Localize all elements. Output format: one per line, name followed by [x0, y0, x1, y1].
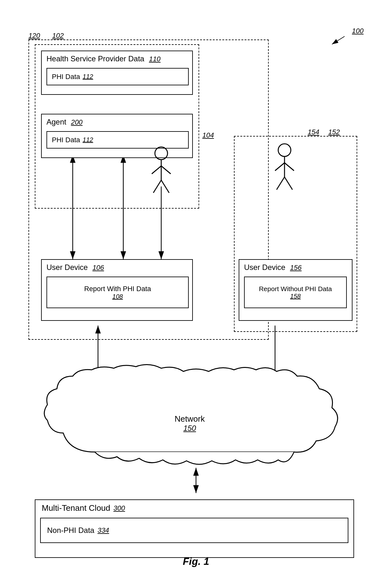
person-icon-104: [147, 145, 175, 197]
phi-data-box-1: PHI Data 112: [46, 68, 189, 85]
svg-line-19: [277, 177, 285, 190]
report-phi-box: Report With PHI Data 108: [46, 277, 189, 308]
user-device-106-label: User Device 106: [42, 260, 192, 275]
network-cloud: Network 150: [32, 363, 348, 471]
svg-line-11: [152, 166, 161, 174]
user-device-156-label: User Device 156: [239, 260, 352, 275]
person-icon-154: [270, 142, 299, 194]
ref104-label: 104: [202, 131, 214, 139]
svg-line-13: [153, 180, 161, 193]
svg-line-12: [161, 166, 171, 174]
hsp-data-label: Health Service Provider Data 110: [42, 51, 192, 66]
svg-point-15: [278, 144, 291, 156]
svg-line-18: [285, 163, 294, 171]
svg-line-17: [275, 163, 285, 171]
user-device-156-box: User Device 156 Report Without PHI Data …: [239, 259, 352, 321]
figure-title: Fig. 1: [183, 556, 209, 567]
network-label: Network 150: [175, 414, 205, 433]
ref154-label: 154: [308, 128, 319, 136]
user-device-106-box: User Device 106 Report With PHI Data 108: [41, 259, 193, 321]
multi-tenant-label: Multi-Tenant Cloud 300: [35, 500, 353, 516]
svg-line-20: [285, 177, 292, 190]
report-no-phi-box: Report Without PHI Data 158: [244, 277, 347, 308]
multi-tenant-cloud-box: Multi-Tenant Cloud 300 Non-PHI Data 334: [35, 499, 354, 558]
hsp-data-box: Health Service Provider Data 110 PHI Dat…: [41, 51, 193, 95]
svg-point-9: [155, 147, 168, 160]
ref120-label: 120: [28, 32, 40, 40]
ref152-label: 152: [328, 128, 340, 136]
diagram: 100 102 120 Health Service Provider Data…: [0, 0, 392, 580]
ref102-label: 102: [52, 32, 64, 40]
agent-label: Agent 200: [42, 114, 192, 130]
ref100-label: 100: [352, 27, 364, 35]
svg-line-14: [161, 180, 169, 193]
non-phi-data-box: Non-PHI Data 334: [40, 518, 348, 543]
